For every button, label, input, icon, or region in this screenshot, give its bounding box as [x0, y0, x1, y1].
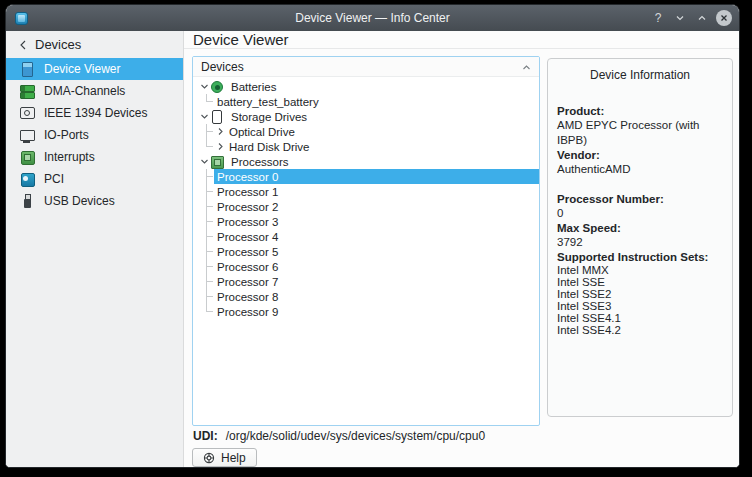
tree-indent [193, 289, 206, 304]
info-field-value: AuthenticAMD [557, 162, 723, 177]
tree-indent [193, 199, 206, 214]
udi-label: UDI: [193, 429, 218, 443]
info-field-value-line: Intel SSE3 [557, 300, 723, 312]
tree-item-hit-area[interactable]: Processor 7 [214, 274, 539, 289]
sort-indicator-icon[interactable] [522, 60, 531, 74]
info-field-value-line: Intel SSE4.1 [557, 312, 723, 324]
tree-row[interactable]: Processor 6 [193, 259, 539, 274]
sidebar-item-label: Interrupts [44, 150, 95, 164]
tree-row[interactable]: Processor 8 [193, 289, 539, 304]
sidebar-item-usb[interactable]: USB Devices [6, 190, 183, 212]
window-title: Device Viewer — Info Center [6, 11, 739, 25]
tree-row[interactable]: Processor 0 [193, 169, 539, 184]
tree-row[interactable]: Hard Disk Drive [193, 139, 539, 154]
sidebar-item-label: Device Viewer [44, 62, 120, 76]
tree-item-hit-area[interactable]: Processor 0 [214, 169, 539, 184]
sidebar-back-header[interactable]: Devices [6, 31, 183, 58]
tree-item-label: Processor 5 [214, 246, 281, 258]
tree-row[interactable]: Optical Drive [193, 124, 539, 139]
info-field-value-line: Intel SSE2 [557, 288, 723, 300]
tree-branch-line [206, 259, 214, 274]
tree-expander[interactable] [198, 112, 210, 121]
info-field-value-line: Intel SSE [557, 276, 723, 288]
info-field-label: Processor Number: [557, 192, 723, 206]
help-icon [203, 452, 215, 464]
tree-item-hit-area[interactable]: Processor 8 [214, 289, 539, 304]
tree-column-header[interactable]: Devices [193, 57, 539, 77]
tree-indent [193, 124, 206, 139]
tree-indent [193, 259, 206, 274]
tree-expander[interactable] [198, 157, 210, 166]
dma-icon [19, 83, 35, 99]
ieee1394-icon [19, 105, 35, 121]
tree-item-label: Processors [228, 156, 292, 168]
info-field-value: AMD EPYC Processor (with IBPB) [557, 118, 723, 148]
device-viewer-icon [19, 61, 35, 77]
tree-expander[interactable] [214, 127, 226, 136]
tree-item-label: Processor 9 [214, 306, 281, 318]
tree-item-label: Processor 7 [214, 276, 281, 288]
info-field-label: Max Speed: [557, 221, 723, 235]
tree-row[interactable]: Processor 7 [193, 274, 539, 289]
tree-row[interactable]: Processor 3 [193, 214, 539, 229]
tree-row[interactable]: Processor 5 [193, 244, 539, 259]
tree-branch-line [206, 274, 214, 289]
tree-expander[interactable] [198, 82, 210, 91]
info-center-app-icon [15, 12, 28, 25]
tree-item-hit-area[interactable]: Processor 4 [214, 229, 539, 244]
sidebar-item-label: IEEE 1394 Devices [44, 106, 147, 120]
tree-indent [193, 304, 206, 319]
chevron-left-icon [19, 40, 27, 50]
tree-row[interactable]: Processors [193, 154, 539, 169]
io-icon [19, 127, 35, 143]
titlebar[interactable]: Device Viewer — Info Center ? [6, 5, 739, 31]
sidebar-item-ieee1394[interactable]: IEEE 1394 Devices [6, 102, 183, 124]
tree-item-hit-area[interactable]: Processor 1 [214, 184, 539, 199]
chevron-down-icon [200, 82, 209, 91]
info-field-value-line: Intel SSE4.2 [557, 324, 723, 336]
chevron-right-icon [216, 127, 225, 136]
tree-row[interactable]: Processor 2 [193, 199, 539, 214]
tree-indent [193, 274, 206, 289]
sidebar-item-interrupts[interactable]: Interrupts [6, 146, 183, 168]
usb-icon [19, 193, 35, 209]
tree-row[interactable]: Processor 4 [193, 229, 539, 244]
tree-branch-line [206, 184, 214, 199]
tree-item-hit-area[interactable]: Processor 6 [214, 259, 539, 274]
tree-expander[interactable] [214, 142, 226, 151]
maximize-button[interactable] [694, 10, 710, 26]
sidebar-back-label: Devices [35, 37, 81, 52]
sidebar-item-dma[interactable]: DMA-Channels [6, 80, 183, 102]
sidebar-item-label: PCI [44, 172, 64, 186]
chevron-down-icon [675, 13, 685, 23]
tree-row[interactable]: Storage Drives [193, 109, 539, 124]
minimize-button[interactable] [672, 10, 688, 26]
tree-row[interactable]: battery_test_battery [193, 94, 539, 109]
sidebar-item-io[interactable]: IO-Ports [6, 124, 183, 146]
tree-item-hit-area[interactable]: Processor 2 [214, 199, 539, 214]
tree-row[interactable]: Batteries [193, 79, 539, 94]
tree-item-hit-area[interactable]: Processor 9 [214, 304, 539, 319]
tree-row[interactable]: Processor 9 [193, 304, 539, 319]
tree-branch-line [206, 169, 214, 184]
tree-item-hit-area[interactable]: Processor 5 [214, 244, 539, 259]
context-help-button[interactable]: ? [650, 10, 666, 26]
close-button[interactable] [716, 10, 732, 26]
tree-branch-line [206, 304, 214, 319]
tree-item-label: Hard Disk Drive [226, 141, 313, 153]
help-button[interactable]: Help [192, 448, 257, 467]
sidebar: Devices Device ViewerDMA-ChannelsIEEE 13… [6, 31, 184, 467]
tree-item-hit-area[interactable]: battery_test_battery [214, 94, 539, 109]
tree-item-label: Batteries [228, 81, 279, 93]
tree-branch-line [206, 199, 214, 214]
udi-row: UDI: /org/kde/solid/udev/sys/devices/sys… [192, 429, 540, 443]
close-icon [720, 14, 728, 22]
battery-icon [210, 80, 224, 93]
tree-item-hit-area[interactable]: Processor 3 [214, 214, 539, 229]
tree-row[interactable]: Processor 1 [193, 184, 539, 199]
tree-indent [193, 94, 206, 109]
processor-icon [210, 155, 224, 168]
sidebar-item-pci[interactable]: PCI [6, 168, 183, 190]
tree-item-label: Processor 8 [214, 291, 281, 303]
sidebar-item-device-viewer[interactable]: Device Viewer [6, 58, 183, 80]
